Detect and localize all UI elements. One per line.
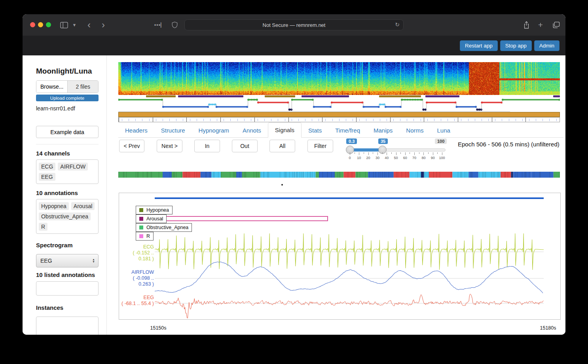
legend-label: Hypopnea <box>146 207 169 213</box>
spectrogram-image[interactable] <box>118 62 560 95</box>
upload-progress-bar: Upload complete <box>36 95 99 101</box>
tab-luna[interactable]: Luna <box>431 123 457 138</box>
epoch-info-label: Epoch 506 - 506 (0.5 mins) (unfiltered) <box>458 141 560 148</box>
zoom-out-button[interactable]: Out <box>232 140 258 152</box>
back-button[interactable]: ‹ <box>85 14 93 36</box>
slider-tick-label: 30 <box>374 156 381 160</box>
annotation-band-segment <box>425 95 459 97</box>
time-start-label: 15150s <box>144 325 172 331</box>
annotation-tag[interactable]: Hypopnea <box>39 202 69 210</box>
instances-heading: Instances <box>36 304 99 311</box>
slider-tick-label: 40 <box>383 156 391 160</box>
zoom-in-button[interactable]: In <box>194 140 220 152</box>
annotation-band-segment <box>178 95 243 97</box>
legend-label: Obstructive_Apnea <box>146 225 188 230</box>
tab-manips[interactable]: Manips <box>367 123 399 138</box>
eeg-label: EEG ( -68.1 .. 55.4 ) <box>120 295 154 307</box>
address-bar[interactable]: Not Secure — remnrem.net ↻ <box>184 19 404 30</box>
slider-fill <box>350 148 382 152</box>
app-title: Moonlight/Luna <box>36 67 99 76</box>
r-swatch <box>139 234 143 238</box>
chevron-down-icon[interactable]: ▼ <box>72 14 77 36</box>
reload-icon[interactable]: ↻ <box>395 21 400 28</box>
forward-button[interactable]: › <box>99 14 107 36</box>
signal-traces <box>119 193 560 319</box>
annotation-band-segment <box>146 95 176 97</box>
tab-annots[interactable]: Annots <box>236 123 268 138</box>
sidebar-toggle-icon[interactable] <box>59 14 69 36</box>
view-tabs: Headers Structure Hypnogram Annots Signa… <box>118 122 563 138</box>
tab-headers[interactable]: Headers <box>118 123 154 138</box>
annotation-band-segment <box>553 95 560 97</box>
tab-signals[interactable]: Signals <box>268 122 302 138</box>
annotation-tag[interactable]: R <box>39 223 47 231</box>
spectrogram-channel-select[interactable]: EEG ▲▼ <box>36 254 99 267</box>
annotation-tag[interactable]: Obstructive_Apnea <box>39 212 91 220</box>
tab-hypnogram[interactable]: Hypnogram <box>192 123 236 138</box>
hypopnea-swatch <box>139 208 143 212</box>
current-epoch-marker <box>281 184 283 186</box>
select-arrows-icon: ▲▼ <box>92 258 95 263</box>
tab-group-icon[interactable]: •••⎸ <box>155 14 166 36</box>
epoch-stage-strip[interactable] <box>118 172 560 178</box>
url-text: Not Secure — remnrem.net <box>263 22 326 28</box>
channels-box: ECG AIRFLOW EEG <box>36 159 99 184</box>
next-epoch-button[interactable]: Next > <box>157 140 182 152</box>
browse-button[interactable]: Browse... <box>36 81 68 93</box>
signal-plot[interactable]: Hypopnea Arousal Obstructive_Apnea R <box>119 193 561 320</box>
slider-max-value: 100 <box>435 138 447 144</box>
legend-item-obstructive-apnea: Obstructive_Apnea <box>136 223 192 232</box>
slider-tick-label: 80 <box>419 156 427 160</box>
slider-tick-label: 70 <box>410 156 418 160</box>
annotation-band-segment <box>265 95 295 97</box>
tab-overview-icon[interactable] <box>551 14 561 36</box>
privacy-shield-icon[interactable] <box>171 14 178 36</box>
minimize-window-button[interactable] <box>38 22 43 27</box>
channel-tag[interactable]: ECG <box>39 163 55 171</box>
sidebar: Moonlight/Luna Browse... 2 files Upload … <box>23 55 107 335</box>
frequency-range-slider: 0.3 35 100 0102030405060708090100 <box>346 136 447 162</box>
channel-tag[interactable]: AIRFLOW <box>58 163 88 171</box>
arousal-swatch <box>139 217 143 221</box>
zoom-window-button[interactable] <box>46 22 51 27</box>
legend-label: Arousal <box>146 216 163 222</box>
slider-tick-label: 100 <box>438 156 446 160</box>
signal-range: ( -0.152 .. 0.181 ) <box>120 250 154 262</box>
loaded-filename: learn-nsrr01.edf <box>36 105 99 112</box>
new-tab-icon[interactable]: + <box>536 14 545 36</box>
tab-structure[interactable]: Structure <box>154 123 192 138</box>
annotation-band-segment <box>302 95 349 97</box>
admin-button[interactable]: Admin <box>534 40 560 51</box>
tab-timefreq[interactable]: Time/freq <box>328 123 367 138</box>
share-icon[interactable] <box>522 14 531 36</box>
slider-tick-label: 20 <box>364 156 372 160</box>
prev-epoch-button[interactable]: < Prev <box>119 140 144 152</box>
stop-app-button[interactable]: Stop app <box>500 40 532 51</box>
ecg-label: ECG ( -0.152 .. 0.181 ) <box>120 244 154 262</box>
app-header: Restart app Stop app Admin <box>23 36 565 55</box>
hypnogram-overview[interactable] <box>118 98 560 112</box>
sidebar-divider <box>36 144 99 144</box>
instances-list[interactable] <box>36 317 99 335</box>
legend-label: R <box>146 233 150 239</box>
show-all-button[interactable]: All <box>269 140 295 152</box>
annotations-heading: 10 annotations <box>36 190 99 196</box>
tab-stats[interactable]: Stats <box>302 123 328 138</box>
main-panel: Headers Structure Hypnogram Annots Signa… <box>107 55 565 335</box>
epoch-coverage-band <box>118 112 560 117</box>
restart-app-button[interactable]: Restart app <box>460 40 498 51</box>
signal-range: ( -0.098 .. 0.263 ) <box>120 275 154 287</box>
filter-button[interactable]: Filter <box>307 140 333 152</box>
close-window-button[interactable] <box>30 22 35 27</box>
example-data-button[interactable]: Example data <box>36 126 99 138</box>
listed-annotations-select[interactable] <box>36 281 99 296</box>
tab-norms[interactable]: Norms <box>399 123 430 138</box>
browser-window: ▼ ‹ › •••⎸ Not Secure — remnrem.net ↻ + … <box>23 14 565 335</box>
slider-tick-label: 10 <box>355 156 363 160</box>
signal-name: EEG <box>120 295 154 301</box>
legend-item-arousal: Arousal <box>136 214 167 223</box>
annotation-tag[interactable]: Arousal <box>71 202 95 210</box>
channel-tag[interactable]: EEG <box>39 173 55 181</box>
signal-range: ( -68.1 .. 55.4 ) <box>120 301 154 307</box>
channels-heading: 14 channels <box>36 150 99 157</box>
